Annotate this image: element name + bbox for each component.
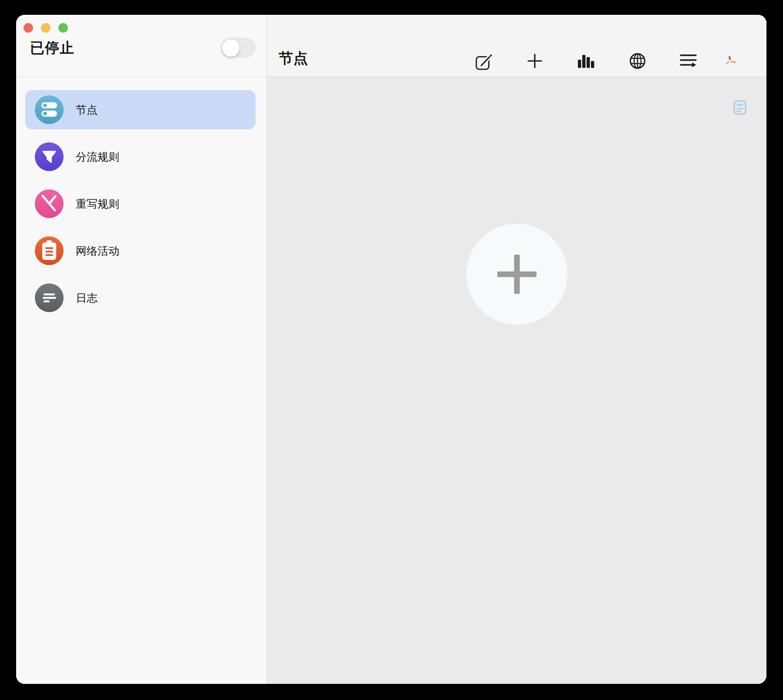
- compose-icon[interactable]: [474, 51, 493, 71]
- speed-test-report-icon[interactable]: [733, 100, 746, 115]
- sidebar-item-label: 重写规则: [76, 197, 119, 211]
- status-row: 已停止: [24, 38, 256, 58]
- sidebar-item-logs[interactable]: 日志: [25, 278, 256, 317]
- clipboard-icon: [35, 236, 64, 265]
- sidebar-item-network-activity[interactable]: 网络活动: [25, 231, 256, 270]
- sidebar-item-nodes[interactable]: 节点: [25, 90, 256, 129]
- sidebar-item-routing-rules[interactable]: 分流规则: [25, 137, 256, 176]
- log-lines-icon: [35, 283, 64, 312]
- toggle-knob[interactable]: [222, 39, 240, 57]
- toolbar-icons: [474, 51, 741, 71]
- zoom-button[interactable]: [58, 23, 68, 33]
- app-window: 已停止 节点: [16, 15, 766, 684]
- connection-status-title: 已停止: [30, 38, 74, 58]
- sidebar: 已停止 节点: [16, 15, 267, 684]
- minimize-button[interactable]: [41, 23, 51, 33]
- add-node-button[interactable]: [466, 224, 567, 325]
- nodes-empty-area: [267, 77, 766, 684]
- sidebar-item-label: 网络活动: [76, 244, 119, 258]
- app-logo-icon[interactable]: [722, 51, 741, 71]
- main-content: 节点: [267, 15, 766, 684]
- plus-icon: [497, 255, 537, 294]
- traffic-lights: [24, 23, 256, 33]
- close-button[interactable]: [24, 23, 33, 33]
- list-export-icon[interactable]: [679, 51, 699, 71]
- sidebar-item-label: 节点: [76, 103, 98, 117]
- rewrite-pencil-icon: [35, 189, 64, 218]
- sidebar-header: 已停止: [16, 15, 267, 77]
- sidebar-item-label: 分流规则: [76, 150, 119, 164]
- content-toolbar: 节点: [267, 15, 766, 77]
- plus-icon[interactable]: [525, 51, 544, 71]
- page-title: 节点: [279, 49, 308, 71]
- globe-icon[interactable]: [628, 51, 647, 71]
- sidebar-nav: 节点 分流规则 重写规则: [16, 77, 267, 317]
- power-toggle[interactable]: [221, 38, 256, 58]
- funnel-icon: [35, 142, 64, 171]
- sidebar-item-label: 日志: [76, 291, 98, 305]
- servers-icon: [35, 95, 64, 124]
- bar-chart-icon[interactable]: [577, 51, 596, 71]
- sidebar-item-rewrite-rules[interactable]: 重写规则: [25, 184, 256, 223]
